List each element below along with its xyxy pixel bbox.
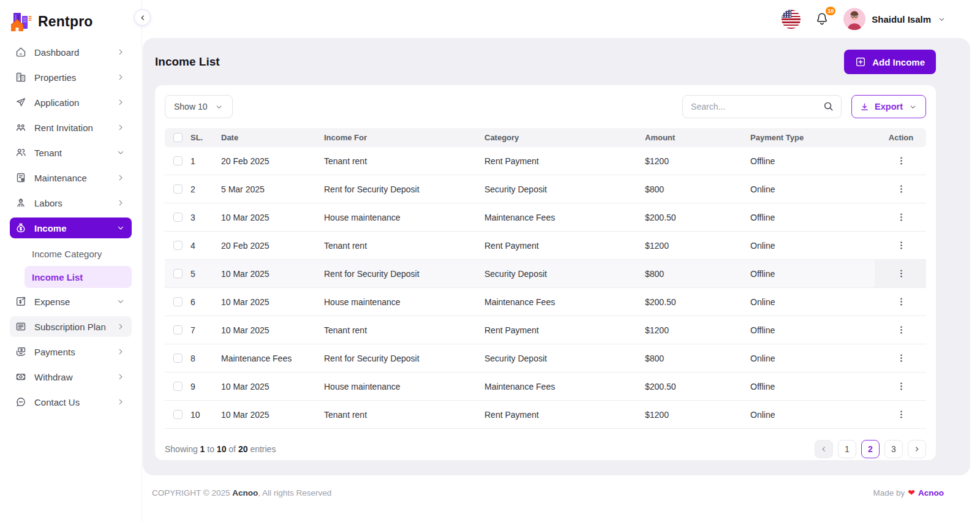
search-input[interactable] (682, 95, 842, 118)
row-checkbox[interactable] (173, 325, 183, 335)
entries-summary: Showing 1 to 10 of 20 entries (165, 444, 276, 454)
cell-income-for: Tenant rent (323, 325, 483, 335)
sidebar-item-income[interactable]: Income (10, 218, 132, 238)
sidebar-item-label: Rent Invitation (34, 123, 116, 133)
page-header: Income List Add Income (143, 38, 970, 74)
row-checkbox[interactable] (173, 354, 183, 363)
show-entries-select[interactable]: Show 10 (165, 95, 233, 118)
sidebar-item-dashboard[interactable]: Dashboard (10, 42, 132, 62)
export-button[interactable]: Export (851, 95, 926, 118)
pagination-next-button[interactable] (908, 440, 926, 458)
chevron-right-icon (116, 397, 126, 407)
building-icon (15, 71, 27, 83)
cell-sl: 4 (189, 241, 220, 251)
cell-income-for: House maintenance (323, 213, 483, 222)
cell-category: Maintenance Fees (483, 382, 644, 392)
chevron-right-icon (116, 322, 126, 331)
table-controls: Show 10 Export (165, 95, 926, 118)
row-actions-menu[interactable] (892, 350, 910, 367)
table-row: 910 Mar 2025House maintenanceMaintenance… (165, 373, 926, 401)
pagination-page-2[interactable]: 2 (861, 440, 880, 458)
row-actions-menu[interactable] (892, 237, 910, 254)
cell-category: Security Deposit (483, 354, 644, 363)
sidebar-item-payments[interactable]: Payments (10, 341, 132, 362)
made-by-company-link[interactable]: Acnoo (918, 488, 944, 497)
sidebar: Rentpro DashboardPropertiesApplicationRe… (0, 0, 142, 522)
heart-icon: ❤ (908, 488, 915, 497)
row-checkbox[interactable] (173, 269, 183, 278)
sidebar-subitem-income-category[interactable]: Income Category (24, 243, 132, 265)
sidebar-collapse-button[interactable] (134, 9, 151, 26)
row-checkbox[interactable] (173, 156, 183, 165)
cell-sl: 1 (189, 156, 220, 166)
sidebar-item-rent-invitation[interactable]: Rent Invitation (10, 117, 132, 138)
sidebar-item-expense[interactable]: Expense (10, 291, 132, 312)
footer-company: Acnoo (232, 488, 258, 497)
row-actions-menu[interactable] (892, 378, 910, 395)
user-avatar (843, 8, 865, 30)
sidebar-item-label: Payments (34, 347, 116, 357)
cell-category: Rent Payment (483, 156, 644, 166)
pagination-page-3[interactable]: 3 (884, 440, 903, 458)
row-checkbox[interactable] (173, 410, 183, 419)
cell-payment-type: Offline (749, 325, 875, 335)
cell-sl: 5 (189, 269, 220, 279)
sidebar-item-label: Expense (34, 297, 116, 307)
brand-logo[interactable]: Rentpro (0, 0, 141, 36)
column-header-amount: Amount (644, 133, 749, 142)
brand-logo-icon (10, 12, 33, 32)
cell-date: 10 Mar 2025 (220, 325, 323, 335)
sidebar-item-subscription-plan[interactable]: Subscription Plan (10, 316, 132, 337)
row-actions-menu[interactable] (892, 181, 910, 198)
cell-amount: $1200 (644, 241, 749, 251)
add-income-label: Add Income (872, 57, 925, 67)
language-flag-button[interactable] (782, 10, 801, 29)
row-checkbox[interactable] (173, 382, 183, 391)
sidebar-item-maintenance[interactable]: Maintenance (10, 167, 132, 188)
pagination: 123 (815, 440, 926, 458)
us-flag-icon (782, 10, 791, 18)
sidebar-item-contact-us[interactable]: Contact Us (10, 392, 132, 412)
user-menu[interactable]: Shaidul Isalm (843, 8, 946, 30)
cell-date: 10 Mar 2025 (220, 269, 323, 279)
chevron-right-icon (116, 173, 126, 183)
cell-category: Maintenance Fees (483, 213, 644, 222)
table-row: 25 Mar 2025Rent for Security DepositSecu… (165, 175, 926, 203)
sidebar-item-application[interactable]: Application (10, 92, 132, 113)
copyright-text: COPYRIGHT © 2025 Acnoo, All rights Reser… (152, 488, 331, 497)
row-checkbox[interactable] (173, 213, 183, 222)
users-icon (15, 146, 27, 159)
sidebar-item-label: Subscription Plan (34, 322, 116, 332)
sidebar-item-properties[interactable]: Properties (10, 67, 132, 88)
add-income-button[interactable]: Add Income (844, 50, 936, 74)
cell-date: 20 Feb 2025 (220, 156, 323, 166)
row-checkbox[interactable] (173, 184, 183, 194)
row-actions-menu[interactable] (892, 265, 910, 282)
sidebar-item-withdraw[interactable]: Withdraw (10, 366, 132, 387)
cell-payment-type: Online (749, 410, 875, 420)
chevron-right-icon (116, 72, 126, 82)
select-all-checkbox[interactable] (173, 133, 183, 142)
sidebar-item-label: Properties (34, 72, 116, 83)
sidebar-item-labors[interactable]: Labors (10, 192, 132, 213)
export-label: Export (875, 102, 903, 112)
sidebar-subitem-income-list[interactable]: Income List (24, 266, 132, 288)
row-actions-menu[interactable] (892, 209, 910, 226)
cell-amount: $1200 (644, 410, 749, 420)
cell-sl: 7 (189, 325, 220, 335)
show-entries-label: Show 10 (174, 102, 207, 112)
money-bag-icon (15, 222, 27, 234)
sidebar-item-tenant[interactable]: Tenant (10, 142, 132, 163)
cell-amount: $1200 (644, 325, 749, 335)
row-actions-menu[interactable] (892, 322, 910, 339)
row-actions-menu[interactable] (892, 293, 910, 311)
row-actions-menu[interactable] (892, 153, 910, 170)
row-checkbox[interactable] (173, 297, 183, 306)
app-root: Rentpro DashboardPropertiesApplicationRe… (0, 0, 980, 522)
pagination-prev-button[interactable] (815, 440, 833, 458)
pagination-page-1[interactable]: 1 (838, 440, 856, 458)
notifications-button[interactable]: 10 (812, 9, 832, 29)
row-checkbox[interactable] (173, 241, 183, 250)
cell-amount: $200.50 (644, 213, 749, 222)
row-actions-menu[interactable] (892, 406, 910, 423)
